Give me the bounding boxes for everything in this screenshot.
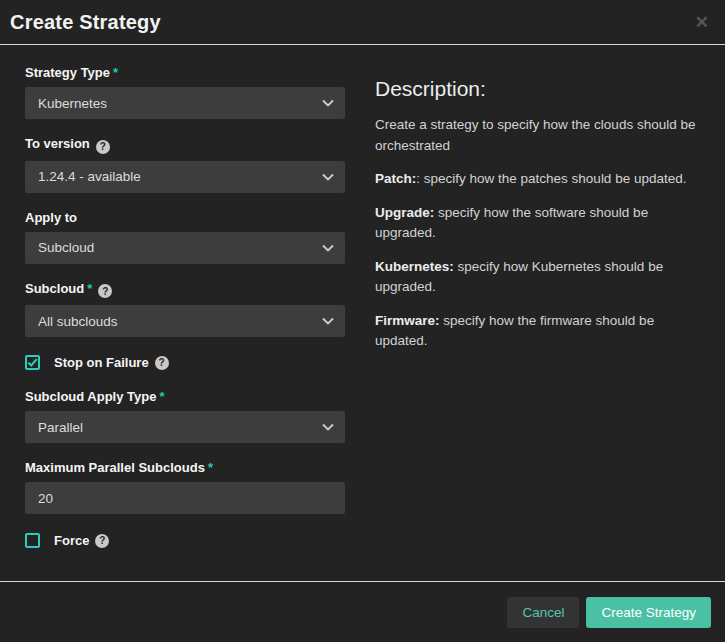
force-label: Force [54,533,89,548]
modal-footer: Cancel Create Strategy [0,581,725,642]
max-parallel-subclouds-label: Maximum Parallel Subclouds* [25,460,345,475]
description-heading: Description: [375,77,702,101]
help-icon[interactable]: ? [95,534,109,548]
required-asterisk: * [208,460,213,475]
description-item-patch: Patch:: specify how the patches should b… [375,169,702,190]
field-apply-to: Apply to Subcloud [25,210,345,264]
to-version-select[interactable]: 1.24.4 - available [25,161,345,193]
close-button[interactable]: ✕ [691,11,713,34]
create-strategy-modal: Create Strategy ✕ Strategy Type* Kuberne… [0,0,725,642]
subcloud-label: Subcloud*? [25,281,345,299]
help-icon[interactable]: ? [155,356,169,370]
field-subcloud: Subcloud*? All subclouds [25,281,345,338]
field-subcloud-apply-type: Subcloud Apply Type* Parallel [25,389,345,443]
force-checkbox[interactable] [25,533,40,548]
apply-to-label: Apply to [25,210,345,225]
help-icon[interactable]: ? [96,140,110,154]
description-panel: Description: Create a strategy to specif… [375,65,710,581]
description-item-kubernetes: Kubernetes: specify how Kubernetes shoul… [375,257,702,298]
field-strategy-type: Strategy Type* Kubernetes [25,65,345,119]
description-item-upgrade: Upgrade: specify how the software should… [375,203,702,244]
field-to-version: To version? 1.24.4 - available [25,136,345,193]
description-item-firmware: Firmware: specify how the firmware shoul… [375,311,702,352]
strategy-type-select[interactable]: Kubernetes [25,87,345,119]
required-asterisk: * [113,65,118,80]
field-stop-on-failure: Stop on Failure ? [25,355,345,370]
close-icon: ✕ [695,13,709,32]
strategy-type-label: Strategy Type* [25,65,345,80]
help-icon[interactable]: ? [98,284,112,298]
max-parallel-subclouds-input[interactable] [25,482,345,514]
description-intro: Create a strategy to specify how the clo… [375,115,702,156]
cancel-button[interactable]: Cancel [507,597,579,628]
field-force: Force ? [25,533,345,548]
subcloud-apply-type-label: Subcloud Apply Type* [25,389,345,404]
strategy-form: Strategy Type* Kubernetes To version? [25,65,345,581]
stop-on-failure-checkbox[interactable] [25,355,40,370]
apply-to-select[interactable]: Subcloud [25,232,345,264]
subcloud-apply-type-select[interactable]: Parallel [25,411,345,443]
required-asterisk: * [159,389,164,404]
modal-header: Create Strategy ✕ [0,0,725,45]
stop-on-failure-label: Stop on Failure [54,355,149,370]
subcloud-select[interactable]: All subclouds [25,305,345,337]
create-strategy-button[interactable]: Create Strategy [586,597,711,628]
field-max-parallel-subclouds: Maximum Parallel Subclouds* [25,460,345,514]
modal-body: Strategy Type* Kubernetes To version? [0,45,725,581]
modal-title: Create Strategy [10,11,161,34]
required-asterisk: * [87,281,92,296]
to-version-label: To version? [25,136,345,154]
